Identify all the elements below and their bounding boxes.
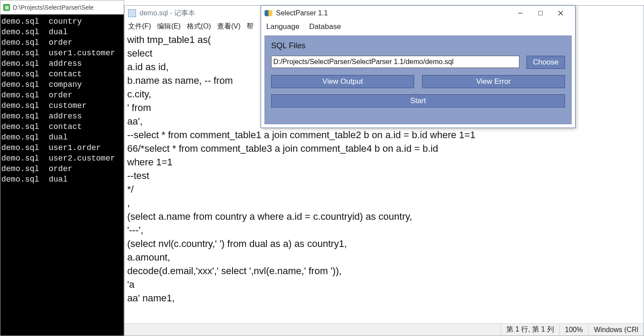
status-zoom: 100% [559,324,588,336]
terminal-line: demo.sql company [1,79,123,90]
view-error-button[interactable]: View Error [422,75,565,88]
terminal-line: demo.sql dual [1,27,123,37]
menu-language[interactable]: Language [266,22,300,31]
notepad-app-icon [128,9,136,17]
sql-path-input[interactable] [271,56,519,68]
terminal-line: demo.sql country [1,16,123,27]
terminal-line: demo.sql order [1,37,123,48]
start-button[interactable]: Start [271,94,565,107]
terminal-window: ▦ D:\Projects\SelectParser\Sele demo.sql… [0,0,124,336]
close-button[interactable] [551,7,571,20]
terminal-line: demo.sql dual [1,132,123,143]
close-icon [558,11,563,16]
terminal-line: demo.sql user1.order [1,143,123,153]
menu-view[interactable]: 查看(V) [217,22,240,31]
status-encoding: Windows (CRl [588,324,644,336]
parser-titlebar[interactable]: SelectParser 1.1 [261,6,575,21]
terminal-title: D:\Projects\SelectParser\Sele [13,4,93,11]
status-position: 第 1 行, 第 1 列 [501,324,559,336]
choose-button[interactable]: Choose [526,56,565,69]
menu-database[interactable]: Database [309,22,341,31]
sql-files-label: SQL Files [271,41,565,50]
notepad-statusbar: 第 1 行, 第 1 列 100% Windows (CRl [125,323,644,336]
minimize-icon [518,11,523,16]
terminal-line: demo.sql order [1,164,123,174]
terminal-line: demo.sql customer [1,100,123,111]
terminal-line: demo.sql address [1,111,123,122]
menu-file[interactable]: 文件(F) [128,22,151,31]
terminal-line: demo.sql dual [1,174,123,185]
selectparser-window: SelectParser 1.1 Language Database SQL F… [261,5,576,128]
terminal-line: demo.sql user1.customer [1,48,123,58]
terminal-titlebar[interactable]: ▦ D:\Projects\SelectParser\Sele [0,0,124,14]
terminal-app-icon: ▦ [3,4,10,11]
terminal-line: demo.sql user2.customer [1,153,123,164]
parser-panel: SQL Files Choose View Output View Error … [265,36,572,124]
parser-title: SelectParser 1.1 [276,9,510,17]
terminal-line: demo.sql order [1,90,123,100]
menu-help-cut[interactable]: 帮 [247,22,254,31]
maximize-button[interactable] [530,7,551,20]
terminal-line: demo.sql contact [1,122,123,132]
terminal-line: demo.sql contact [1,69,123,79]
notepad-title: demo.sql - 记事本 [140,9,195,18]
terminal-output[interactable]: demo.sql countrydemo.sql dualdemo.sql or… [0,14,124,336]
svg-rect-1 [539,11,543,15]
parser-menubar: Language Database [261,21,575,33]
minimize-button[interactable] [510,7,530,20]
maximize-icon [538,11,543,16]
terminal-line: demo.sql address [1,58,123,69]
menu-format[interactable]: 格式(O) [187,22,211,31]
view-output-button[interactable]: View Output [271,75,414,88]
menu-edit[interactable]: 编辑(E) [157,22,180,31]
python-icon [265,9,272,17]
